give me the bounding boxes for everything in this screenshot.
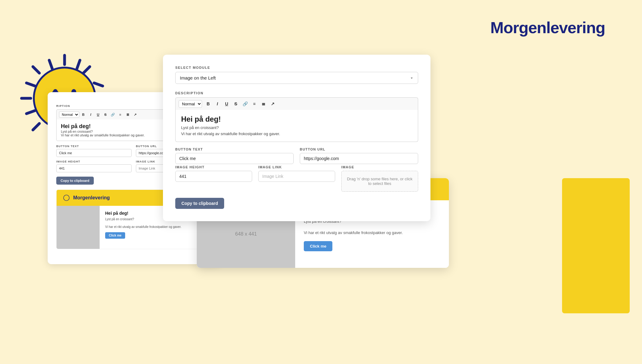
right-yellow-strip	[562, 178, 630, 313]
strike-btn[interactable]: S	[232, 100, 240, 108]
editor-line1: Lyst på en croissant?	[181, 125, 412, 131]
front-copy-btn[interactable]: Copy to clipboard	[175, 198, 224, 209]
description-section: DESCRIPTION Normal B I U S 🔗 ≡ ≣ ↗ Hei p…	[175, 91, 418, 142]
back-ol-btn[interactable]: ≣	[124, 111, 131, 118]
italic-btn[interactable]: I	[213, 100, 222, 108]
back-italic-btn[interactable]: I	[87, 111, 94, 118]
front-panel: SELECT MODULE Image on the Left Image on…	[163, 55, 430, 221]
svg-line-8	[26, 83, 35, 86]
back-image-height-label: IMAGE HEIGHT	[56, 160, 132, 163]
select-module-row: SELECT MODULE Image on the Left Image on…	[175, 66, 418, 84]
back-button-text-label: BUTTON TEXT	[56, 145, 132, 148]
link-btn[interactable]: 🔗	[241, 100, 249, 108]
back-link-btn[interactable]: 🔗	[109, 111, 116, 118]
back-strike-btn[interactable]: S	[102, 111, 109, 118]
editor-line2: Vi har et rikt utvalg av smakfulle froko…	[181, 131, 412, 137]
format-btn[interactable]: ↗	[268, 100, 277, 108]
back-preview-logo-sun	[62, 194, 71, 202]
back-button-text-input[interactable]	[56, 149, 132, 157]
image-link-label: IMAGE LINK	[258, 165, 335, 169]
ol-btn[interactable]: ≣	[259, 100, 268, 108]
image-link-field: IMAGE LINK	[258, 165, 335, 192]
bold-btn[interactable]: B	[204, 100, 212, 108]
underline-btn[interactable]: U	[222, 100, 231, 108]
back-copy-btn[interactable]: Copy to clipboard	[56, 177, 94, 185]
back-ul-btn[interactable]: ≡	[117, 111, 124, 118]
select-module-label: SELECT MODULE	[175, 66, 418, 69]
button-text-field: BUTTON TEXT	[175, 147, 294, 164]
editor-toolbar: Normal B I U S 🔗 ≡ ≣ ↗	[175, 97, 418, 110]
svg-line-10	[26, 111, 35, 114]
image-height-label: IMAGE HEIGHT	[175, 165, 252, 169]
button-url-input[interactable]	[300, 153, 418, 164]
style-select[interactable]: Normal	[179, 100, 202, 108]
image-dropzone[interactable]: Drag 'n' drop some files here, or click …	[341, 171, 418, 192]
button-fields-grid: BUTTON TEXT BUTTON URL	[175, 147, 418, 164]
image-field: IMAGE Drag 'n' drop some files here, or …	[341, 165, 418, 192]
back-preview-cta-btn[interactable]: Click me	[105, 232, 125, 239]
svg-line-6	[33, 123, 39, 130]
preview-line2: Vi har et rikt utvalg av smakfulle froko…	[304, 230, 440, 236]
editor-heading: Hei på deg!	[181, 115, 412, 123]
dropzone-text: Drag 'n' drop some files here, or click …	[345, 177, 414, 186]
button-text-input[interactable]	[175, 153, 294, 164]
brand-title: Morgenlevering	[490, 18, 605, 37]
preview-image-dimensions: 648 x 441	[235, 231, 257, 237]
description-label: DESCRIPTION	[175, 91, 418, 95]
svg-line-12	[49, 60, 52, 69]
back-preview-logo-text: Morgenlevering	[73, 195, 110, 201]
back-image-height-input[interactable]	[56, 164, 132, 172]
back-preview-line2: Vi har et rikt utvalg av smakfulle froko…	[105, 225, 205, 229]
svg-line-9	[94, 83, 103, 86]
back-image-height-field: IMAGE HEIGHT	[56, 160, 132, 172]
image-link-input[interactable]	[258, 171, 335, 182]
ul-btn[interactable]: ≡	[250, 100, 259, 108]
button-url-label: BUTTON URL	[300, 147, 418, 151]
back-preview-image-placeholder	[57, 206, 100, 249]
back-style-select[interactable]: Normal	[59, 112, 79, 118]
back-bold-btn[interactable]: B	[80, 111, 87, 118]
preview-cta-btn[interactable]: Click me	[304, 241, 332, 251]
select-module-dropdown[interactable]: Image on the Left Image on the Right Tex…	[175, 72, 418, 84]
back-underline-btn[interactable]: U	[95, 111, 101, 118]
svg-point-19	[64, 195, 69, 201]
back-button-text-field: BUTTON TEXT	[56, 145, 132, 157]
back-format-btn[interactable]: ↗	[132, 111, 138, 118]
image-label: IMAGE	[341, 165, 418, 169]
button-url-field: BUTTON URL	[300, 147, 418, 164]
image-height-field: IMAGE HEIGHT	[175, 165, 252, 192]
image-height-input[interactable]	[175, 171, 252, 182]
svg-line-5	[83, 67, 90, 73]
svg-line-4	[33, 67, 39, 73]
svg-line-13	[77, 60, 80, 69]
image-fields-grid: IMAGE HEIGHT IMAGE LINK IMAGE Drag 'n' d…	[175, 165, 418, 192]
editor-content[interactable]: Hei på deg! Lyst på en croissant? Vi har…	[175, 110, 418, 142]
button-text-label: BUTTON TEXT	[175, 147, 294, 151]
